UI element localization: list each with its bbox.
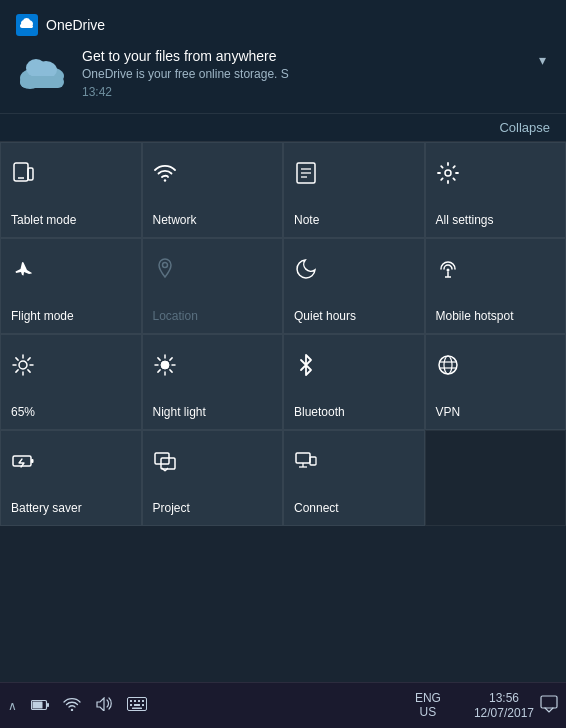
svg-rect-42 — [31, 459, 34, 463]
location-icon — [153, 257, 177, 285]
connect-icon — [294, 449, 318, 477]
night-light-icon — [153, 353, 177, 381]
tile-network[interactable]: Network — [142, 142, 284, 238]
flight-mode-icon — [11, 257, 35, 285]
svg-line-24 — [16, 358, 18, 360]
taskbar-datetime[interactable]: 13:56 12/07/2017 — [474, 691, 534, 720]
battery-icon[interactable] — [31, 698, 49, 714]
notif-title: Get to your files from anywhere — [82, 48, 535, 64]
tile-mobile-hotspot-label: Mobile hotspot — [436, 309, 514, 323]
taskbar: ∧ — [0, 682, 566, 728]
svg-point-9 — [163, 179, 165, 181]
tile-brightness[interactable]: 65% — [0, 334, 142, 430]
tile-all-settings[interactable]: All settings — [425, 142, 567, 238]
wifi-icon[interactable] — [63, 697, 81, 714]
taskbar-date: 12/07/2017 — [474, 706, 534, 720]
notification-center-icon[interactable] — [540, 695, 558, 717]
tile-location[interactable]: Location — [142, 238, 284, 334]
collapse-button[interactable]: Collapse — [499, 120, 550, 135]
network-icon — [153, 161, 177, 189]
svg-rect-47 — [296, 453, 310, 463]
svg-rect-64 — [541, 696, 557, 708]
tile-battery-saver[interactable]: Battery saver — [0, 430, 142, 526]
tile-note-label: Note — [294, 213, 319, 227]
notif-body: Get to your files from anywhere OneDrive… — [16, 48, 550, 99]
svg-point-14 — [445, 170, 451, 176]
taskbar-left: ∧ — [8, 697, 388, 714]
keyboard-icon[interactable] — [127, 697, 147, 714]
svg-line-27 — [28, 358, 30, 360]
tile-quiet-hours-label: Quiet hours — [294, 309, 356, 323]
svg-point-16 — [446, 269, 449, 272]
svg-rect-5 — [20, 76, 64, 88]
notif-expand-button[interactable]: ▾ — [535, 48, 550, 72]
svg-rect-60 — [130, 704, 132, 706]
tile-mobile-hotspot[interactable]: Mobile hotspot — [425, 238, 567, 334]
svg-point-15 — [162, 263, 167, 268]
tile-flight-mode-label: Flight mode — [11, 309, 74, 323]
tile-tablet-mode-label: Tablet mode — [11, 213, 76, 227]
onedrive-app-icon — [16, 14, 38, 36]
volume-icon[interactable] — [95, 697, 113, 714]
cloud-icon — [16, 50, 68, 96]
tile-brightness-label: 65% — [11, 405, 35, 419]
taskbar-right — [540, 695, 558, 717]
vpn-icon — [436, 353, 460, 381]
taskbar-time: 13:56 — [489, 691, 519, 705]
battery-saver-icon — [11, 449, 35, 477]
tiles-grid: Tablet mode Network — [0, 141, 566, 526]
svg-rect-61 — [134, 704, 140, 706]
tile-tablet-mode[interactable]: Tablet mode — [0, 142, 142, 238]
svg-line-26 — [16, 370, 18, 372]
tile-night-light-label: Night light — [153, 405, 206, 419]
note-icon — [294, 161, 318, 189]
quick-actions-area: Tablet mode Network — [0, 141, 566, 682]
collapse-row: Collapse — [0, 114, 566, 141]
tile-all-settings-label: All settings — [436, 213, 494, 227]
taskbar-lang-region[interactable]: ENG US — [388, 692, 468, 718]
svg-point-4 — [26, 59, 46, 77]
svg-rect-53 — [47, 703, 49, 707]
tile-project-label: Project — [153, 501, 190, 515]
tile-location-label: Location — [153, 309, 198, 323]
tile-network-label: Network — [153, 213, 197, 227]
tile-quiet-hours[interactable]: Quiet hours — [283, 238, 425, 334]
svg-rect-57 — [134, 700, 136, 702]
tile-battery-saver-label: Battery saver — [11, 501, 82, 515]
tile-vpn-label: VPN — [436, 405, 461, 419]
tile-night-light[interactable]: Night light — [142, 334, 284, 430]
svg-line-36 — [169, 358, 171, 360]
svg-rect-59 — [142, 700, 144, 702]
notif-desc: OneDrive is your free online storage. S — [82, 67, 535, 81]
tile-connect[interactable]: Connect — [283, 430, 425, 526]
notif-app-name: OneDrive — [46, 17, 105, 33]
tile-note[interactable]: Note — [283, 142, 425, 238]
svg-line-25 — [28, 370, 30, 372]
tile-project[interactable]: Project — [142, 430, 284, 526]
svg-point-19 — [19, 361, 27, 369]
all-settings-icon — [436, 161, 460, 189]
svg-rect-52 — [33, 701, 43, 708]
svg-rect-58 — [138, 700, 140, 702]
chevron-up-icon[interactable]: ∧ — [8, 699, 17, 713]
tile-bluetooth[interactable]: Bluetooth — [283, 334, 425, 430]
svg-rect-63 — [132, 708, 142, 710]
svg-rect-41 — [13, 456, 31, 466]
bluetooth-icon — [294, 353, 318, 381]
svg-rect-62 — [142, 704, 144, 706]
tile-connect-label: Connect — [294, 501, 339, 515]
svg-point-37 — [439, 356, 457, 374]
svg-line-34 — [169, 370, 171, 372]
svg-line-33 — [157, 358, 159, 360]
svg-rect-7 — [28, 168, 33, 180]
mobile-hotspot-icon — [436, 257, 460, 285]
project-icon — [153, 449, 177, 477]
tile-flight-mode[interactable]: Flight mode — [0, 238, 142, 334]
svg-point-54 — [71, 709, 73, 711]
notif-time: 13:42 — [82, 85, 535, 99]
language-label: ENG — [415, 692, 441, 705]
notif-header: OneDrive — [16, 14, 550, 36]
svg-rect-56 — [130, 700, 132, 702]
tile-vpn[interactable]: VPN — [425, 334, 567, 430]
notif-content: Get to your files from anywhere OneDrive… — [82, 48, 535, 99]
